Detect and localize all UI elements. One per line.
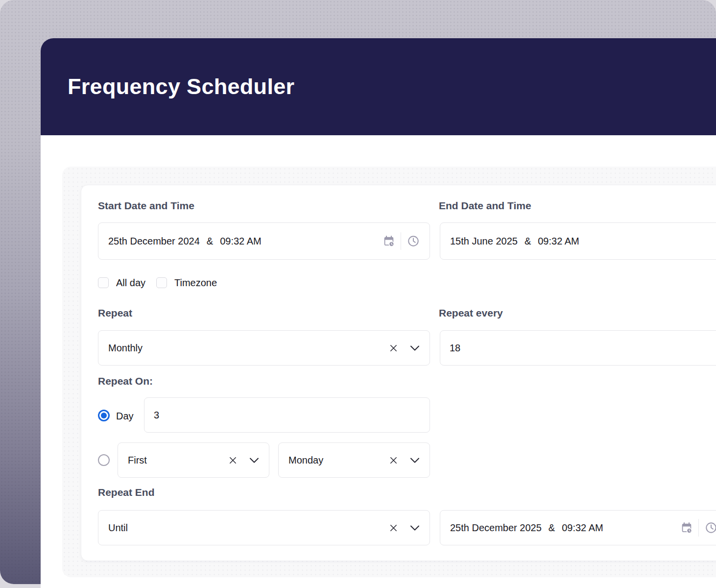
page-background: Frequency Scheduler Start Date and Time …	[0, 0, 716, 588]
clock-icon[interactable]	[705, 521, 716, 534]
all-day-label: All day	[116, 277, 145, 289]
until-time-value: 09:32 AM	[562, 522, 603, 534]
clear-icon[interactable]	[389, 343, 398, 353]
timezone-label: Timezone	[174, 277, 217, 289]
clear-icon[interactable]	[389, 456, 398, 465]
ordinal-select[interactable]: First	[118, 442, 269, 478]
ordinal-weekday-radio[interactable]	[98, 454, 110, 466]
content-panel: Start Date and Time End Date and Time 25…	[62, 167, 716, 577]
clear-icon[interactable]	[228, 456, 238, 465]
calendar-clock-icon[interactable]	[383, 235, 395, 247]
repeat-select-value: Monthly	[108, 343, 143, 354]
calendar-clock-icon[interactable]	[681, 522, 692, 534]
start-datetime-field[interactable]: 25th December 2024 & 09:32 AM	[98, 222, 430, 260]
icon-divider	[698, 519, 699, 537]
ordinal-select-value: First	[128, 455, 147, 466]
date-time-joiner: &	[525, 236, 531, 247]
repeat-every-label: Repeat every	[439, 307, 503, 319]
weekday-select-value: Monday	[288, 455, 323, 466]
day-number-input[interactable]	[144, 397, 430, 433]
scheduler-window: Frequency Scheduler Start Date and Time …	[41, 38, 716, 588]
chevron-down-icon[interactable]	[410, 458, 420, 463]
end-datetime-field[interactable]: 15th June 2025 & 09:32 AM	[440, 222, 716, 260]
start-date-label: Start Date and Time	[98, 200, 194, 212]
repeat-on-label: Repeat On:	[98, 375, 153, 387]
repeat-end-label: Repeat End	[98, 487, 155, 498]
repeat-select[interactable]: Monthly	[98, 330, 430, 366]
all-day-checkbox[interactable]	[98, 277, 109, 288]
clear-icon[interactable]	[389, 523, 398, 533]
repeat-end-select[interactable]: Until	[98, 510, 430, 545]
repeat-every-input[interactable]	[440, 330, 716, 366]
date-time-joiner: &	[207, 236, 213, 247]
day-options-row: All day Timezone	[98, 276, 217, 290]
day-radio-label: Day	[116, 411, 134, 422]
until-datetime-field[interactable]: 25th December 2025 & 09:32 AM	[440, 510, 716, 545]
end-date-value: 15th June 2025	[450, 236, 518, 247]
repeat-label: Repeat	[98, 307, 132, 319]
start-time-value: 09:32 AM	[220, 236, 262, 247]
start-date-value: 25th December 2024	[108, 236, 200, 247]
day-radio[interactable]	[98, 410, 110, 421]
end-time-value: 09:32 AM	[538, 236, 579, 247]
window-header: Frequency Scheduler	[41, 38, 716, 135]
date-time-joiner: &	[549, 522, 555, 534]
timezone-checkbox[interactable]	[156, 277, 167, 288]
chevron-down-icon[interactable]	[249, 458, 259, 463]
chevron-down-icon[interactable]	[410, 345, 420, 351]
icon-divider	[401, 232, 401, 250]
end-date-label: End Date and Time	[439, 200, 531, 212]
clock-icon[interactable]	[407, 235, 420, 247]
chevron-down-icon[interactable]	[410, 525, 420, 531]
weekday-select[interactable]: Monday	[278, 442, 430, 478]
until-date-value: 25th December 2025	[450, 522, 542, 534]
page-title: Frequency Scheduler	[68, 74, 294, 99]
repeat-end-select-value: Until	[108, 522, 128, 534]
form-card: Start Date and Time End Date and Time 25…	[81, 185, 716, 561]
